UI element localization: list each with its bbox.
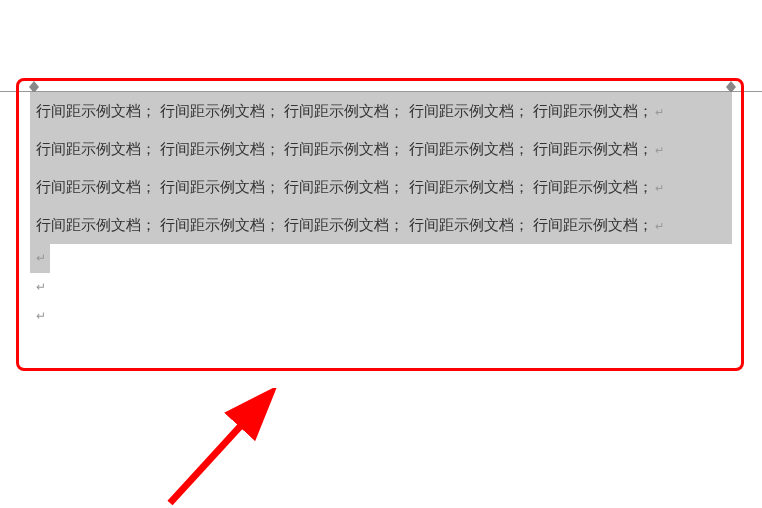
- annotation-frame: [16, 78, 744, 371]
- annotation-arrow: [140, 388, 300, 508]
- svg-line-1: [170, 396, 268, 503]
